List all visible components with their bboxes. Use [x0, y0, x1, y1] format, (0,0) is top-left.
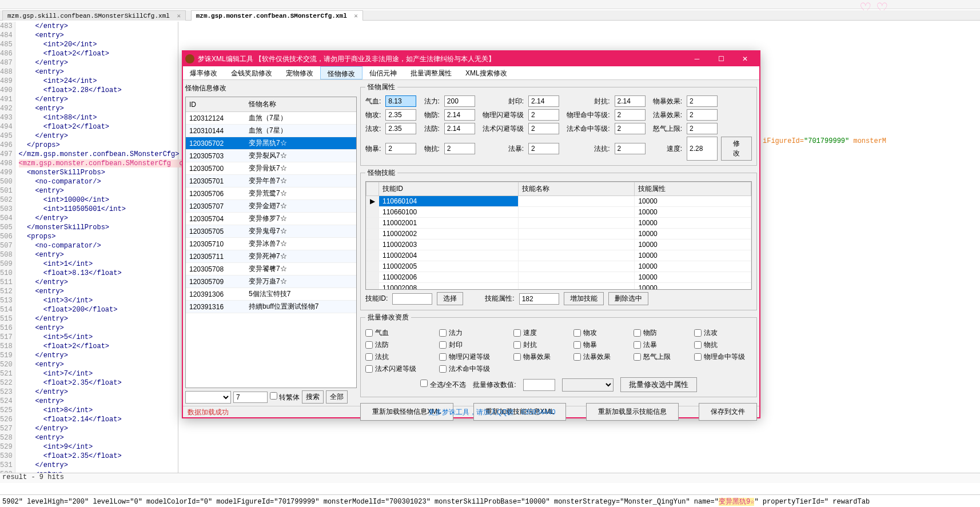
batch-apply-button[interactable]: 批量修改选中属性 [620, 377, 697, 392]
input-fabao-eff[interactable] [687, 109, 718, 121]
table-row[interactable]: 1203913065個法宝特技7 [186, 288, 356, 301]
table-row[interactable]: 11000200810000 [366, 283, 751, 290]
input-wugong[interactable] [385, 109, 416, 121]
input-fashu-mingzhong[interactable] [615, 123, 646, 134]
modify-button[interactable]: 修改 [721, 137, 752, 161]
batch-check[interactable]: 法力 [439, 328, 497, 338]
batch-check[interactable]: 封印 [439, 340, 497, 350]
menu-item[interactable]: 宠物修改 [279, 66, 320, 79]
table-row[interactable]: 120305705变异鬼母7☆ [186, 225, 356, 238]
batch-check[interactable]: 物理闪避等级 [439, 352, 497, 362]
table-row[interactable]: 120305710变异冰兽7☆ [186, 238, 356, 250]
reload-display-button[interactable]: 重新加载显示技能信息 [586, 403, 679, 421]
col-name[interactable]: 怪物名称 [245, 97, 356, 112]
close-button[interactable]: ✕ [733, 51, 757, 66]
input-fashu-shanbi[interactable] [528, 123, 559, 134]
batch-check[interactable]: 气血 [365, 328, 423, 338]
all-button[interactable]: 全部 [326, 390, 348, 404]
search-button[interactable]: 搜索 [302, 390, 324, 404]
file-tab-skillcfg[interactable]: mzm.gsp.skill.confbean.SMonsterSkillCfg.… [2, 10, 186, 21]
table-row[interactable]: 120305708变异饕餮7☆ [186, 263, 356, 276]
table-row[interactable]: 120305706变异荒鹭7☆ [186, 187, 356, 200]
table-row[interactable]: 120310144血煞（7星） [186, 125, 356, 137]
table-row[interactable]: 120305703变异裂风7☆ [186, 150, 356, 162]
qq-group-link[interactable]: 更多梦诛工具，请加入QQ群：835934440 [428, 408, 556, 416]
filter-select[interactable] [185, 391, 231, 404]
menu-item[interactable]: XML搜索修改 [459, 66, 514, 79]
batch-check[interactable]: 法攻 [694, 328, 752, 338]
batch-check[interactable]: 怒气上限 [634, 352, 678, 362]
batch-check[interactable]: 封抗 [513, 340, 557, 350]
input-fafang[interactable] [444, 123, 475, 134]
input-fagong[interactable] [385, 123, 416, 134]
skill-table[interactable]: 技能ID 技能名称 技能属性 ▶110660104100001106601001… [365, 181, 752, 290]
menu-item[interactable]: 仙侣元神 [362, 66, 404, 79]
convert-checkbox[interactable]: 转繁体 [270, 392, 300, 402]
input-wubao[interactable] [385, 143, 416, 154]
close-icon[interactable]: ✕ [354, 13, 358, 19]
code-lines[interactable]: </entry> <entry> <int>20</int> <float>2<… [15, 22, 188, 483]
table-row[interactable]: 11000200210000 [366, 229, 751, 239]
minimize-button[interactable]: ─ [685, 51, 709, 66]
input-fakang[interactable] [615, 143, 646, 154]
table-row[interactable]: 11000200310000 [366, 239, 751, 250]
table-row[interactable]: 120305702变异黑犰7☆ [186, 137, 356, 150]
skill-attr-input[interactable] [519, 293, 559, 305]
table-row[interactable]: ▶11066010410000 [366, 196, 751, 207]
table-row[interactable]: 11000200610000 [366, 272, 751, 283]
batch-check[interactable]: 物抗 [694, 340, 752, 350]
batch-check[interactable]: 物攻 [573, 328, 618, 338]
menu-item[interactable]: 批量调整属性 [404, 66, 459, 79]
table-row[interactable]: 11000200510000 [366, 261, 751, 272]
table-row[interactable]: 120312124血煞（7星） [186, 112, 356, 125]
batch-check[interactable]: 法暴效果 [573, 352, 618, 362]
skill-delete-button[interactable]: 删除选中 [608, 292, 648, 305]
table-row[interactable]: 120391316持續buff位置测试怪物7 [186, 301, 356, 313]
skill-add-button[interactable]: 增加技能 [564, 292, 604, 305]
skill-col-attr[interactable]: 技能属性 [635, 182, 751, 196]
input-wufang[interactable] [444, 109, 475, 121]
input-wubao-eff[interactable] [687, 95, 718, 107]
input-nuqi[interactable] [687, 123, 718, 134]
input-sudu[interactable] [687, 137, 718, 161]
select-all-checkbox[interactable]: 全选/全不选 [420, 380, 466, 390]
skill-col-id[interactable]: 技能ID [379, 182, 519, 196]
batch-check[interactable]: 法防 [365, 340, 423, 350]
maximize-button[interactable]: ☐ [709, 51, 733, 66]
batch-check[interactable]: 法术闪避等级 [365, 364, 423, 374]
skill-id-input[interactable] [392, 293, 432, 305]
batch-check[interactable]: 法抗 [365, 352, 423, 362]
batch-value-input[interactable] [523, 379, 555, 391]
col-id[interactable]: ID [186, 97, 245, 112]
table-row[interactable]: 120305704变异修罗7☆ [186, 213, 356, 225]
close-icon[interactable]: ✕ [177, 13, 181, 19]
batch-check[interactable]: 物暴效果 [513, 352, 557, 362]
monster-table[interactable]: ID 怪物名称 120312124血煞（7星）120310144血煞（7星）12… [185, 97, 357, 388]
input-fengyin[interactable] [528, 95, 559, 107]
filter-input[interactable] [233, 392, 268, 403]
batch-check[interactable]: 法暴 [634, 340, 678, 350]
batch-check[interactable]: 法术命中等级 [439, 364, 497, 374]
input-qixue[interactable] [385, 95, 416, 107]
table-row[interactable]: 120305707变异金翅7☆ [186, 200, 356, 213]
input-fali[interactable] [444, 95, 475, 107]
dialog-titlebar[interactable]: 梦诛XML编辑工具 【软件仅供技术交流，请勿用于商业及非法用途，如产生法律纠纷与… [183, 51, 759, 66]
input-wukang[interactable] [444, 143, 475, 154]
input-wuli-mingzhong[interactable] [615, 109, 646, 121]
table-row[interactable]: 120305700变异骨妖7☆ [186, 162, 356, 175]
table-row[interactable]: 120305701变异年兽7☆ [186, 175, 356, 187]
batch-check[interactable]: 物暴 [573, 340, 618, 350]
batch-operator-select[interactable] [562, 378, 614, 392]
table-row[interactable]: 11000200410000 [366, 250, 751, 261]
skill-col-name[interactable]: 技能名称 [518, 182, 635, 196]
table-row[interactable]: 120305711变异死神7☆ [186, 250, 356, 263]
input-fabao[interactable] [528, 143, 559, 154]
menu-item[interactable]: 金钱奖励修改 [224, 66, 279, 79]
menu-item[interactable]: 爆率修改 [183, 66, 224, 79]
code-editor[interactable]: 483 484 485 486 487 488 489 490 491 492 … [0, 22, 178, 483]
input-wuli-shanbi[interactable] [528, 109, 559, 121]
table-row[interactable]: 120305709变异万蛊7☆ [186, 276, 356, 288]
file-tab-monstercfg[interactable]: mzm.gsp.monster.confbean.SMonsterCfg.xml… [191, 10, 363, 21]
batch-check[interactable]: 物理命中等级 [694, 352, 752, 362]
input-fengkang[interactable] [615, 95, 646, 107]
